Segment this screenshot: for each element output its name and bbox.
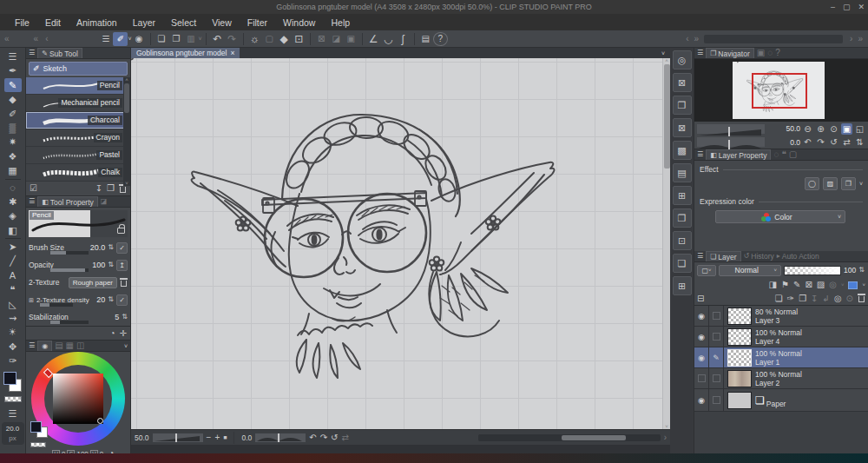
gradient-fill-tool[interactable]: ◧ <box>4 223 22 237</box>
texture-density-slider[interactable] <box>40 303 73 307</box>
material-button-6[interactable]: ▤ <box>673 163 692 182</box>
sub-tool-tab[interactable]: ✎ Sub Tool <box>37 48 82 58</box>
sv-marker[interactable] <box>97 418 103 424</box>
layer-opacity-slider[interactable] <box>784 266 841 275</box>
sub-tool-scrollbar[interactable]: ˄ ˅ <box>123 77 130 186</box>
texture-density-dynamics-button[interactable]: ✓ <box>116 294 128 306</box>
merge-down-icon[interactable]: ↲ <box>822 294 829 303</box>
expand-icon[interactable]: ⊞ <box>29 297 34 303</box>
touch-gesture-button[interactable]: ◉ <box>132 32 147 46</box>
canvas-zoom-slider[interactable] <box>153 433 203 442</box>
new-folder-icon[interactable]: ❐ <box>799 294 806 303</box>
new-raster-layer-icon[interactable]: ❏ <box>775 294 783 303</box>
clip-below-icon[interactable]: ◨ <box>769 281 777 289</box>
material-button-11[interactable]: ⊞ <box>673 276 692 295</box>
menu-window[interactable]: Window <box>275 17 323 28</box>
zoom-reset-icon[interactable]: ■ <box>223 434 227 440</box>
canvas-rotation-slider[interactable] <box>255 433 306 442</box>
tool-settings-icon[interactable]: ✛ <box>120 329 127 338</box>
invert-selection-button[interactable]: ◆ <box>277 32 292 46</box>
help-button[interactable]: ? <box>433 32 448 46</box>
document-tab[interactable]: Goblinsona pngtuber model × <box>131 48 240 58</box>
menu-animation[interactable]: Animation <box>69 17 125 28</box>
subtool-crayon[interactable]: Crayon <box>26 129 130 147</box>
layer3-thumbnail[interactable] <box>727 308 752 325</box>
far-right-expand-icon[interactable]: » <box>858 35 863 43</box>
maximize-button[interactable]: ▢ <box>843 3 851 11</box>
change-panel-icon[interactable]: ⊟ <box>697 294 704 303</box>
layer3-visibility-icon[interactable]: ◉ <box>694 306 709 327</box>
layer-panel-menu-icon[interactable]: ☰ <box>697 253 703 260</box>
enable-mask-icon[interactable]: ◎ <box>829 281 837 289</box>
material-button-8[interactable]: ❐ <box>673 208 692 228</box>
lp-extra-tab-3[interactable]: ▢ <box>789 150 797 159</box>
navigator-fit-icon[interactable]: ▣ <box>841 123 852 135</box>
brush-size-slider[interactable] <box>50 251 89 255</box>
subtool-chalk[interactable]: Chalk <box>26 164 130 182</box>
canvas-hscroll-thumb[interactable] <box>562 435 626 440</box>
snap-curve-button[interactable]: ◡ <box>381 32 396 46</box>
sketch-group-button[interactable]: ✐ Sketch <box>29 62 128 76</box>
subtool-mechanical-pencil[interactable]: Mechanical pencil <box>26 95 130 112</box>
expression-color-dropdown[interactable]: Color ˅ <box>715 210 845 223</box>
opacity-stepper[interactable]: ⇅ <box>108 261 114 268</box>
import-subtool-icon[interactable]: ↧ <box>95 184 102 193</box>
snap-ruler-button[interactable]: ∠ <box>366 32 381 46</box>
zoom-out-icon[interactable]: − <box>207 433 212 442</box>
right-expand-icon[interactable]: » <box>694 35 700 43</box>
snap-special-button[interactable]: ʃ <box>396 32 411 46</box>
material-button-9[interactable]: ⊡ <box>673 231 692 250</box>
layer-property-menu-icon[interactable]: ☰ <box>697 151 703 158</box>
layer-tab[interactable]: ❏ Layer <box>706 251 740 261</box>
main-color-swatch[interactable] <box>3 372 16 385</box>
draft-layer-icon[interactable]: ✎ <box>793 281 800 289</box>
stabilization-stepper[interactable]: ⇅ <box>122 314 128 321</box>
tool-property-menu-icon[interactable]: ☰ <box>29 198 35 205</box>
tone-effect-button[interactable]: ▨ <box>823 177 838 190</box>
auto-action-tab[interactable]: ▸ Auto Action <box>777 252 819 261</box>
reset-tool-icon[interactable]: ◔ <box>110 329 115 338</box>
brush-size-field[interactable]: 20.0 <box>90 243 106 252</box>
layer-opacity-stepper[interactable]: ⇅ <box>858 267 865 274</box>
clear-button[interactable]: ⊠ <box>314 32 329 46</box>
pencil-tool[interactable]: ✎ <box>4 78 22 92</box>
navigator-menu-icon[interactable]: ☰ <box>697 50 703 56</box>
layer-row-3[interactable]: ◉ 80 % Normal Layer 3 <box>694 306 868 327</box>
scroll-left-icon[interactable]: ‹ <box>45 35 48 43</box>
menu-layer[interactable]: Layer <box>125 17 163 28</box>
create-mask-icon[interactable]: ◎ <box>834 294 842 303</box>
layer-property-tab[interactable]: ◧ Layer Property <box>706 149 771 160</box>
redo-button[interactable]: ↷ <box>225 32 240 46</box>
text-tool[interactable]: A <box>4 268 22 282</box>
tool-column-menu-icon[interactable]: ☰ <box>4 407 22 420</box>
tool-palette-menu-icon[interactable]: ☰ <box>4 50 22 63</box>
layer4-visibility-icon[interactable]: ◉ <box>694 327 709 347</box>
layer2-thumbnail[interactable] <box>727 370 752 387</box>
layer-color-dropdown-icon[interactable]: ˅ <box>862 282 865 288</box>
material-button-10[interactable]: ❏ <box>673 254 692 273</box>
crop-button[interactable]: ⊡ <box>292 32 306 46</box>
canvas-viewport[interactable] <box>131 58 662 429</box>
right-scroll-left-icon[interactable]: ‹ <box>686 35 688 43</box>
border-effect-button[interactable]: ◯ <box>805 177 819 190</box>
stabilization-slider[interactable] <box>50 321 89 324</box>
layer-opacity-value[interactable]: 100 <box>844 266 856 274</box>
canvas-vscroll-thumb[interactable] <box>664 64 670 169</box>
save-dropdown-icon[interactable]: ˅ <box>199 36 202 42</box>
navigator-zoom-slider[interactable] <box>697 124 765 134</box>
flip-horizontal-icon[interactable]: ⇄ <box>341 433 348 442</box>
opacity-slider[interactable] <box>50 268 89 272</box>
airbrush-tool[interactable]: ▒ <box>4 121 22 135</box>
minimize-button[interactable]: – <box>831 3 835 11</box>
apply-mask-icon[interactable]: ⊙ <box>846 294 853 303</box>
layer-row-1-selected[interactable]: ◉ ✎ 100 % Normal Layer 1 <box>694 347 868 368</box>
canvas-vscrollbar[interactable]: ˄ ˅ <box>662 58 670 429</box>
rotate-cw-icon[interactable]: ↷ <box>320 433 327 442</box>
hscroll-right-icon[interactable]: › <box>664 433 667 442</box>
history-tab[interactable]: ↺ History <box>744 252 774 261</box>
blend-tool[interactable]: ✐ <box>4 107 22 121</box>
color-menu-icon[interactable]: ☰ <box>29 342 35 349</box>
navigator-flip-vertical-icon[interactable]: ⇅ <box>854 136 865 148</box>
reference-layer-icon[interactable]: ⚑ <box>781 281 789 289</box>
navigator-rotate-reset-icon[interactable]: ↺ <box>828 136 839 148</box>
